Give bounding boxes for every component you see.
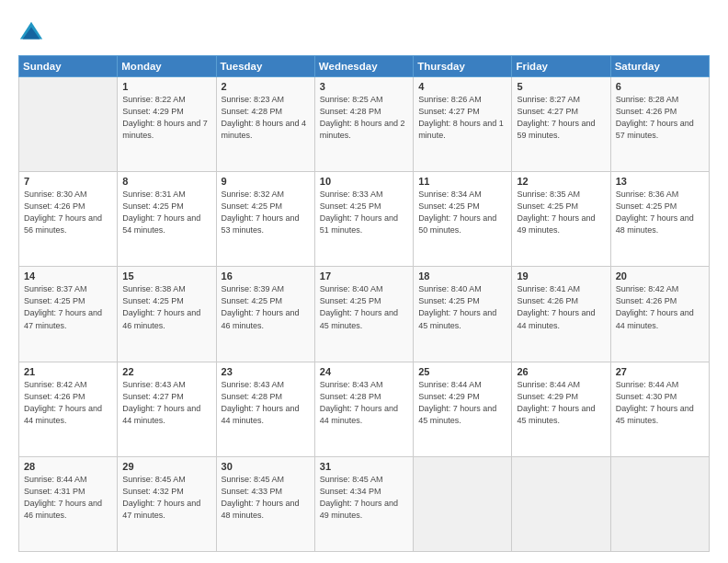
day-number: 2 xyxy=(222,81,310,92)
day-number: 28 xyxy=(24,461,112,472)
day-number: 30 xyxy=(222,461,310,472)
day-number: 26 xyxy=(517,366,605,377)
calendar-cell: 17Sunrise: 8:40 AMSunset: 4:25 PMDayligh… xyxy=(314,267,413,362)
page: SundayMondayTuesdayWednesdayThursdayFrid… xyxy=(0,0,728,563)
calendar-cell: 18Sunrise: 8:40 AMSunset: 4:25 PMDayligh… xyxy=(414,267,512,362)
calendar-cell xyxy=(610,456,709,551)
day-info: Sunrise: 8:43 AMSunset: 4:27 PMDaylight:… xyxy=(122,379,210,427)
day-info: Sunrise: 8:44 AMSunset: 4:29 PMDaylight:… xyxy=(517,379,605,427)
calendar-cell xyxy=(19,77,118,172)
day-number: 11 xyxy=(418,176,506,187)
weekday-header-monday: Monday xyxy=(118,56,216,77)
day-number: 10 xyxy=(320,176,408,187)
header xyxy=(18,17,710,46)
calendar-cell: 10Sunrise: 8:33 AMSunset: 4:25 PMDayligh… xyxy=(314,172,413,267)
day-number: 6 xyxy=(616,81,704,92)
day-info: Sunrise: 8:44 AMSunset: 4:29 PMDaylight:… xyxy=(418,379,506,427)
day-info: Sunrise: 8:32 AMSunset: 4:25 PMDaylight:… xyxy=(222,189,310,236)
calendar-cell: 26Sunrise: 8:44 AMSunset: 4:29 PMDayligh… xyxy=(512,362,610,456)
week-row-3: 14Sunrise: 8:37 AMSunset: 4:25 PMDayligh… xyxy=(19,267,710,362)
day-info: Sunrise: 8:37 AMSunset: 4:25 PMDaylight:… xyxy=(24,283,112,331)
day-info: Sunrise: 8:40 AMSunset: 4:25 PMDaylight:… xyxy=(418,283,506,331)
calendar-cell xyxy=(414,456,512,551)
day-info: Sunrise: 8:23 AMSunset: 4:28 PMDaylight:… xyxy=(222,94,310,142)
day-number: 7 xyxy=(24,176,112,187)
day-number: 22 xyxy=(122,366,210,377)
calendar-cell: 22Sunrise: 8:43 AMSunset: 4:27 PMDayligh… xyxy=(118,362,216,456)
day-info: Sunrise: 8:25 AMSunset: 4:28 PMDaylight:… xyxy=(320,94,408,142)
day-number: 3 xyxy=(320,81,408,92)
calendar-cell: 24Sunrise: 8:43 AMSunset: 4:28 PMDayligh… xyxy=(314,362,413,456)
day-number: 8 xyxy=(122,176,210,187)
day-info: Sunrise: 8:38 AMSunset: 4:25 PMDaylight:… xyxy=(122,283,210,331)
day-info: Sunrise: 8:43 AMSunset: 4:28 PMDaylight:… xyxy=(222,379,310,427)
calendar-cell: 16Sunrise: 8:39 AMSunset: 4:25 PMDayligh… xyxy=(216,267,314,362)
calendar-cell: 25Sunrise: 8:44 AMSunset: 4:29 PMDayligh… xyxy=(414,362,512,456)
day-number: 27 xyxy=(616,366,704,377)
calendar-cell: 20Sunrise: 8:42 AMSunset: 4:26 PMDayligh… xyxy=(610,267,709,362)
day-info: Sunrise: 8:42 AMSunset: 4:26 PMDaylight:… xyxy=(616,283,704,331)
day-info: Sunrise: 8:22 AMSunset: 4:29 PMDaylight:… xyxy=(122,94,210,142)
calendar-cell: 29Sunrise: 8:45 AMSunset: 4:32 PMDayligh… xyxy=(118,456,216,551)
day-info: Sunrise: 8:30 AMSunset: 4:26 PMDaylight:… xyxy=(24,189,112,236)
day-info: Sunrise: 8:40 AMSunset: 4:25 PMDaylight:… xyxy=(320,283,408,331)
day-info: Sunrise: 8:44 AMSunset: 4:30 PMDaylight:… xyxy=(616,379,704,427)
calendar-cell: 2Sunrise: 8:23 AMSunset: 4:28 PMDaylight… xyxy=(216,77,314,172)
weekday-header-friday: Friday xyxy=(512,56,610,77)
calendar-cell: 12Sunrise: 8:35 AMSunset: 4:25 PMDayligh… xyxy=(512,172,610,267)
day-info: Sunrise: 8:33 AMSunset: 4:25 PMDaylight:… xyxy=(320,189,408,236)
day-number: 13 xyxy=(616,176,704,187)
day-info: Sunrise: 8:35 AMSunset: 4:25 PMDaylight:… xyxy=(517,189,605,236)
calendar-table: SundayMondayTuesdayWednesdayThursdayFrid… xyxy=(18,55,710,552)
day-number: 20 xyxy=(616,270,704,282)
day-number: 16 xyxy=(222,270,310,282)
day-number: 12 xyxy=(517,176,605,187)
day-info: Sunrise: 8:39 AMSunset: 4:25 PMDaylight:… xyxy=(222,283,310,331)
day-info: Sunrise: 8:43 AMSunset: 4:28 PMDaylight:… xyxy=(320,379,408,427)
day-number: 29 xyxy=(122,461,210,472)
day-number: 4 xyxy=(418,81,506,92)
day-number: 1 xyxy=(122,81,210,92)
weekday-header-tuesday: Tuesday xyxy=(216,56,314,77)
calendar-cell: 14Sunrise: 8:37 AMSunset: 4:25 PMDayligh… xyxy=(19,267,118,362)
week-row-4: 21Sunrise: 8:42 AMSunset: 4:26 PMDayligh… xyxy=(19,362,710,456)
calendar-cell: 31Sunrise: 8:45 AMSunset: 4:34 PMDayligh… xyxy=(314,456,413,551)
calendar-cell: 21Sunrise: 8:42 AMSunset: 4:26 PMDayligh… xyxy=(19,362,118,456)
day-info: Sunrise: 8:42 AMSunset: 4:26 PMDaylight:… xyxy=(24,379,112,427)
calendar-cell: 7Sunrise: 8:30 AMSunset: 4:26 PMDaylight… xyxy=(19,172,118,267)
calendar-cell: 3Sunrise: 8:25 AMSunset: 4:28 PMDaylight… xyxy=(314,77,413,172)
calendar-cell: 23Sunrise: 8:43 AMSunset: 4:28 PMDayligh… xyxy=(216,362,314,456)
calendar-cell: 30Sunrise: 8:45 AMSunset: 4:33 PMDayligh… xyxy=(216,456,314,551)
day-number: 18 xyxy=(418,270,506,282)
calendar-cell: 4Sunrise: 8:26 AMSunset: 4:27 PMDaylight… xyxy=(414,77,512,172)
week-row-1: 1Sunrise: 8:22 AMSunset: 4:29 PMDaylight… xyxy=(19,77,710,172)
week-row-5: 28Sunrise: 8:44 AMSunset: 4:31 PMDayligh… xyxy=(19,456,710,551)
day-number: 15 xyxy=(122,270,210,282)
weekday-header-row: SundayMondayTuesdayWednesdayThursdayFrid… xyxy=(19,56,710,77)
calendar-cell: 11Sunrise: 8:34 AMSunset: 4:25 PMDayligh… xyxy=(414,172,512,267)
day-number: 14 xyxy=(24,270,112,282)
calendar-cell: 27Sunrise: 8:44 AMSunset: 4:30 PMDayligh… xyxy=(610,362,709,456)
day-number: 9 xyxy=(222,176,310,187)
calendar-cell: 19Sunrise: 8:41 AMSunset: 4:26 PMDayligh… xyxy=(512,267,610,362)
calendar-cell: 6Sunrise: 8:28 AMSunset: 4:26 PMDaylight… xyxy=(610,77,709,172)
calendar-cell: 8Sunrise: 8:31 AMSunset: 4:25 PMDaylight… xyxy=(118,172,216,267)
weekday-header-wednesday: Wednesday xyxy=(314,56,413,77)
calendar-cell: 5Sunrise: 8:27 AMSunset: 4:27 PMDaylight… xyxy=(512,77,610,172)
day-info: Sunrise: 8:34 AMSunset: 4:25 PMDaylight:… xyxy=(418,189,506,236)
day-number: 25 xyxy=(418,366,506,377)
calendar-cell: 13Sunrise: 8:36 AMSunset: 4:25 PMDayligh… xyxy=(610,172,709,267)
day-info: Sunrise: 8:45 AMSunset: 4:33 PMDaylight:… xyxy=(222,474,310,522)
weekday-header-thursday: Thursday xyxy=(414,56,512,77)
day-info: Sunrise: 8:44 AMSunset: 4:31 PMDaylight:… xyxy=(24,474,112,522)
day-info: Sunrise: 8:31 AMSunset: 4:25 PMDaylight:… xyxy=(122,189,210,236)
calendar-cell: 9Sunrise: 8:32 AMSunset: 4:25 PMDaylight… xyxy=(216,172,314,267)
day-info: Sunrise: 8:41 AMSunset: 4:26 PMDaylight:… xyxy=(517,283,605,331)
calendar-cell xyxy=(512,456,610,551)
day-info: Sunrise: 8:45 AMSunset: 4:32 PMDaylight:… xyxy=(122,474,210,522)
calendar-cell: 15Sunrise: 8:38 AMSunset: 4:25 PMDayligh… xyxy=(118,267,216,362)
calendar-cell: 28Sunrise: 8:44 AMSunset: 4:31 PMDayligh… xyxy=(19,456,118,551)
day-info: Sunrise: 8:27 AMSunset: 4:27 PMDaylight:… xyxy=(517,94,605,142)
day-number: 19 xyxy=(517,270,605,282)
day-number: 31 xyxy=(320,461,408,472)
